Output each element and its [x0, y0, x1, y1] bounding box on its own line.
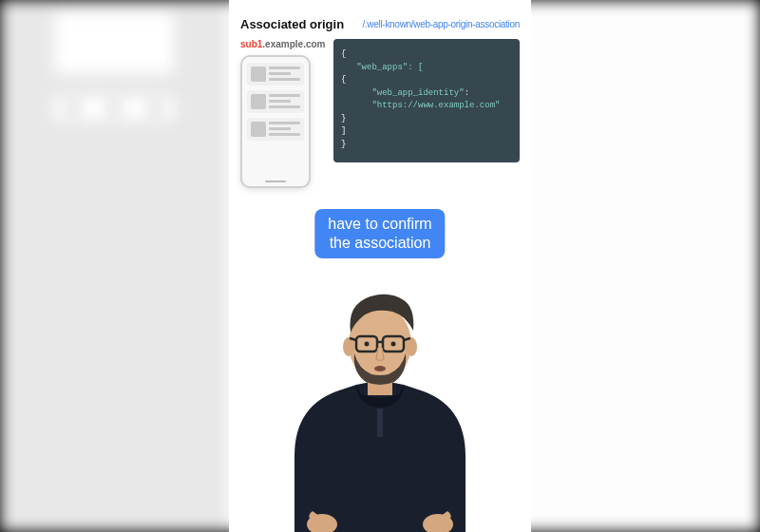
- presenter: [229, 256, 531, 532]
- code-line: }: [341, 139, 512, 152]
- code-line: "https://www.example.com": [341, 100, 512, 113]
- list-item: [247, 118, 304, 141]
- caption-line-1: have to confirm: [328, 216, 431, 232]
- svg-point-12: [365, 342, 370, 347]
- presenter-figure: [252, 256, 508, 532]
- svg-point-14: [374, 366, 386, 371]
- subdomain-domain: .example.com: [262, 39, 325, 49]
- svg-point-13: [391, 342, 396, 347]
- list-item: [247, 90, 304, 113]
- caption: have to confirm the association: [314, 209, 445, 258]
- code-line: "web_apps": [: [341, 62, 512, 75]
- subdomain-label: sub1.example.com: [240, 39, 324, 49]
- code-line: "web_app_identity":: [341, 87, 512, 101]
- code-snippet: { "web_apps": [ { "web_app_identity": "h…: [333, 39, 520, 162]
- well-known-path: /.well-known/web-app-origin-association: [362, 19, 520, 29]
- slide-heading: Associated origin: [240, 17, 344, 31]
- code-line: {: [341, 74, 512, 87]
- subdomain-prefix: sub1: [240, 39, 262, 49]
- phone-mockup: [240, 55, 311, 188]
- caption-line-2: the association: [330, 235, 431, 251]
- list-item: [247, 63, 304, 86]
- video-frame: Associated origin /.well-known/web-app-o…: [229, 0, 531, 532]
- code-line: {: [341, 48, 512, 62]
- code-line: }: [341, 113, 512, 126]
- code-line: ]: [341, 125, 512, 139]
